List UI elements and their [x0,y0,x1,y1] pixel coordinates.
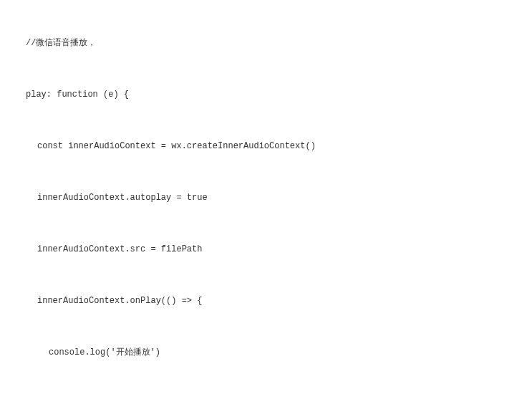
code-line: innerAudioContext.src = filePath [14,243,518,256]
code-line: console.log('开始播放') [14,346,518,359]
code-line: const innerAudioContext = wx.createInner… [14,140,518,153]
code-line: //微信语音播放， [14,37,518,49]
code-block: //微信语音播放， play: function (e) { const inn… [14,11,518,394]
code-line: innerAudioContext.autoplay = true [14,191,518,204]
code-line: play: function (e) { [14,88,518,101]
code-line: innerAudioContext.onPlay(() => { [14,294,518,307]
